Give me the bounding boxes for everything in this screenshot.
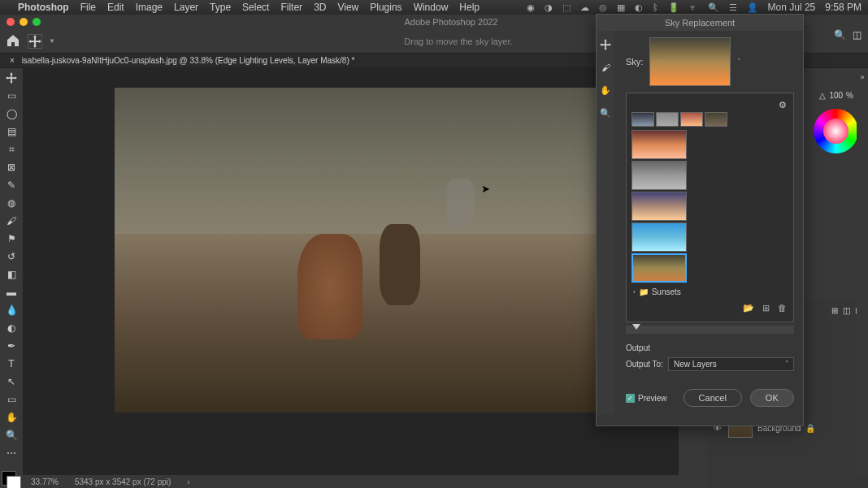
doc-dims: 5343 px x 3542 px (72 ppi) [75,477,171,486]
menu-edit[interactable]: Edit [107,2,124,13]
path-tool[interactable]: ↖ [2,375,20,388]
stamp-tool[interactable]: ⚑ [2,232,20,245]
sky-thumb[interactable] [656,112,679,127]
sky-thumb[interactable] [631,161,687,190]
layers-icon[interactable]: ⊞ [831,306,838,315]
home-icon[interactable] [7,34,28,49]
opacity-slider-icon[interactable]: △ [819,91,826,100]
control-center-icon[interactable]: ☰ [729,2,737,13]
battery-icon[interactable]: 🔋 [668,2,679,13]
search-icon[interactable]: 🔍 [708,2,719,13]
pen-tool[interactable]: ✒ [2,339,20,352]
bluetooth-icon[interactable]: ᛒ [653,2,658,12]
sky-thumb-selected[interactable] [631,253,687,283]
zoom-tool[interactable]: 🔍 [597,104,614,122]
toolbox: ▭ ◯ ▤ ⌗ ⊠ ✎ ◍ 🖌 ⚑ ↺ ◧ ▬ 💧 ◐ ✒ T ↖ ▭ ✋ 🔍 … [0,68,23,488]
healing-tool[interactable]: ◍ [2,196,20,209]
dropbox-icon[interactable]: ⬚ [562,2,571,13]
menu-filter[interactable]: Filter [280,2,302,13]
move-tool-icon[interactable] [28,34,42,49]
window-maximize-button[interactable] [33,18,41,26]
menu-type[interactable]: Type [210,2,231,13]
dodge-tool[interactable]: ◐ [2,322,20,335]
zoom-level[interactable]: 33.77% [31,477,59,486]
sky-thumb[interactable] [680,112,703,127]
check-icon: ✓ [626,394,635,403]
sky-thumb[interactable] [631,222,687,252]
chevron-down-icon[interactable]: ˅ [737,58,741,66]
selected-sky-preview[interactable] [649,37,731,86]
layers-icon[interactable]: ◫ [843,306,850,315]
selection-tool[interactable]: ▤ [2,125,20,138]
sync-icon[interactable]: ◎ [599,2,607,13]
eraser-tool[interactable]: ◧ [2,268,20,281]
preview-label: Preview [638,394,667,403]
sky-thumb[interactable] [631,112,654,127]
menu-select[interactable]: Select [242,2,269,13]
folder-sunsets[interactable]: › 📁 Sunsets [631,284,788,300]
gear-icon[interactable]: ⚙ [779,100,787,110]
menu-image[interactable]: Image [136,2,163,13]
search-icon[interactable]: 🔍 [834,29,846,41]
menubar-time[interactable]: 9:58 PM [825,2,861,13]
menu-3d[interactable]: 3D [314,2,326,13]
type-tool[interactable]: T [2,357,20,370]
adjustment-slider[interactable] [626,326,794,334]
sky-thumb[interactable] [631,130,687,159]
preview-checkbox[interactable]: ✓ Preview [626,394,667,403]
background-color[interactable] [7,476,21,488]
menu-view[interactable]: View [337,2,358,13]
window-close-button[interactable] [7,18,15,26]
canvas[interactable]: ➤ 33.77% 5343 px x 3542 px (72 ppi) › [23,68,679,488]
cloud-icon[interactable]: ☁ [580,2,589,13]
menu-layer[interactable]: Layer [174,2,198,13]
zoom-tool[interactable]: 🔍 [2,429,20,442]
cancel-button[interactable]: Cancel [684,389,742,407]
window-minimize-button[interactable] [20,18,28,26]
edit-toolbar[interactable]: ⋯ [2,447,20,460]
lasso-tool[interactable]: ◯ [2,107,20,120]
history-brush-tool[interactable]: ↺ [2,250,20,263]
doc-tab-close-icon[interactable]: × [10,56,15,65]
menu-help[interactable]: Help [459,2,480,13]
menu-window[interactable]: Window [414,2,449,13]
ok-button[interactable]: OK [750,389,794,407]
user-icon[interactable]: 👤 [747,2,758,13]
shape-tool[interactable]: ▭ [2,393,20,406]
wifi-icon[interactable]: ᯤ [689,2,698,12]
eyedropper-tool[interactable]: ✎ [2,179,20,192]
output-to-select[interactable]: New Layers ˅ [668,357,794,371]
hand-tool[interactable]: ✋ [2,411,20,424]
status-icon[interactable]: ▦ [617,2,625,13]
frame-tool[interactable]: ⊠ [2,161,20,174]
workspace-icon[interactable]: ◫ [853,29,861,41]
sky-brush-tool[interactable]: 🖌 [597,58,614,76]
marquee-tool[interactable]: ▭ [2,89,20,102]
record-icon[interactable]: ◉ [527,2,535,13]
dialog-title: Sky Replacement [597,15,803,31]
new-icon[interactable]: ⊞ [762,303,770,313]
hand-tool[interactable]: ✋ [597,81,614,99]
crop-tool[interactable]: ⌗ [2,143,20,156]
lock-icon[interactable]: 🔒 [805,424,815,433]
move-tool[interactable] [2,71,20,84]
app-menu[interactable]: Photoshop [18,2,69,13]
blur-tool[interactable]: 💧 [2,304,20,317]
trash-icon[interactable]: 🗑 [778,303,787,313]
brush-tool[interactable]: 🖌 [2,214,20,227]
folder-open-icon[interactable]: 📂 [743,303,754,313]
menubar-date[interactable]: Mon Jul 25 [768,2,816,13]
sky-thumb[interactable] [705,112,727,127]
menu-plugins[interactable]: Plugins [370,2,401,13]
status-icon[interactable]: ◑ [545,2,553,13]
sky-thumb[interactable] [631,192,687,221]
move-sky-tool[interactable] [597,36,614,54]
opacity-value[interactable]: 100 [829,91,843,100]
color-wheel[interactable] [814,109,858,153]
menu-file[interactable]: File [80,2,96,13]
status-chevron-icon[interactable]: › [187,477,189,486]
status-icon[interactable]: ◐ [635,2,643,13]
chevron-down-icon[interactable]: ▼ [49,37,55,45]
gradient-tool[interactable]: ▬ [2,286,20,299]
panel-collapse-icon[interactable]: » [860,73,864,81]
